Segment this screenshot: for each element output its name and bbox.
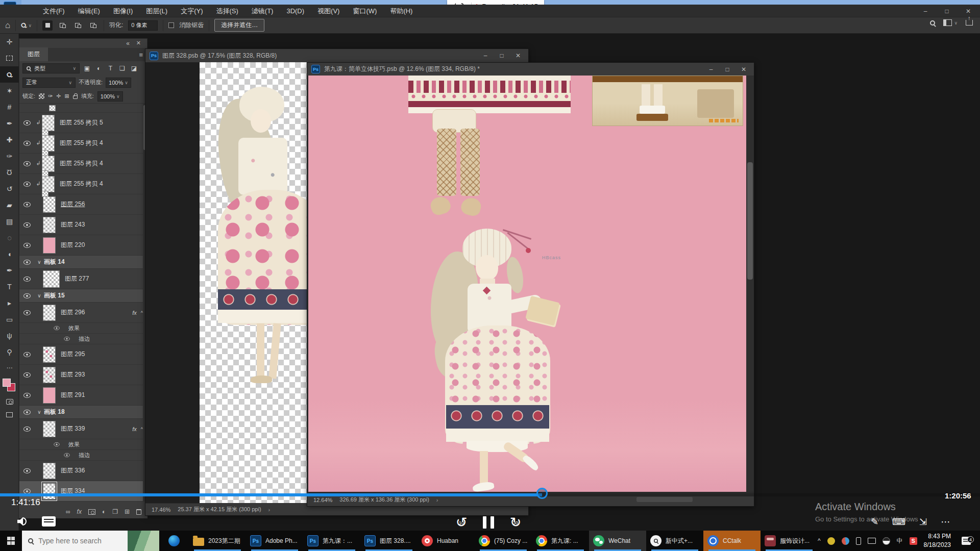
- delete-layer-icon[interactable]: [136, 509, 141, 515]
- scrubber-progress[interactable]: [0, 493, 542, 496]
- layer-name[interactable]: 图层 277: [65, 274, 89, 283]
- layer-name[interactable]: 图层 336: [61, 466, 85, 475]
- taskbar-item-2023第二期[interactable]: 2023第二期: [189, 531, 246, 551]
- doc2-close-button[interactable]: ✕: [736, 63, 752, 76]
- layer-thumbnail[interactable]: [43, 367, 56, 383]
- chevron-down-icon[interactable]: ∨: [35, 259, 44, 265]
- status-arrow-icon[interactable]: ›: [436, 497, 438, 503]
- collapse-panel-icon[interactable]: «: [126, 40, 130, 47]
- layer-name[interactable]: 图层 243: [61, 220, 85, 229]
- status-arrow-icon[interactable]: ›: [268, 507, 271, 513]
- artboard-row[interactable]: ∨画板 14: [19, 256, 147, 269]
- layers-tab[interactable]: 图层: [19, 47, 48, 61]
- start-button[interactable]: [0, 531, 22, 551]
- layer-name[interactable]: 图层 255 拷贝 4: [60, 159, 103, 168]
- taskbar-item-第九课: ...[interactable]: 第九课: ...: [532, 531, 589, 551]
- workspace-switcher[interactable]: ∨: [943, 19, 958, 26]
- new-layer-icon[interactable]: ⊞: [125, 508, 130, 515]
- rewind-10-button[interactable]: ↺ 10: [453, 514, 470, 531]
- tool-preset-picker[interactable]: Q ∨: [21, 21, 32, 29]
- visibility-toggle[interactable]: [51, 326, 63, 330]
- eyedropper-tool[interactable]: ✒: [0, 115, 19, 132]
- layer-name[interactable]: 图层 296: [61, 308, 85, 317]
- layer-row[interactable]: 图层 293: [19, 365, 147, 385]
- blur-tool[interactable]: ◌: [0, 230, 19, 246]
- layer-name[interactable]: 图层 255 拷贝 4: [60, 180, 103, 188]
- panel-menu-icon[interactable]: ≡: [139, 51, 143, 59]
- doc1-titlebar[interactable]: Ps 图层 328.psb @ 17.5% (图层 328, RGB/8) – …: [145, 49, 528, 62]
- eraser-tool[interactable]: ▰: [0, 197, 19, 213]
- visibility-toggle[interactable]: [51, 442, 63, 446]
- layer-name[interactable]: 图层 295: [61, 350, 85, 359]
- antialias-checkbox[interactable]: [168, 22, 174, 28]
- home-icon[interactable]: ⌂: [5, 20, 10, 31]
- blend-mode-dropdown[interactable]: 正常 ∨: [22, 78, 76, 88]
- doc2-minimize-button[interactable]: –: [703, 63, 719, 76]
- layer-name[interactable]: 图层 255 拷贝 5: [60, 118, 103, 127]
- menu-item-6[interactable]: 滤镜(T): [252, 7, 274, 16]
- visibility-toggle[interactable]: [19, 222, 35, 228]
- menu-item-4[interactable]: 文字(Y): [181, 7, 203, 16]
- sogou-input-icon[interactable]: S: [910, 537, 917, 545]
- visibility-toggle[interactable]: [19, 182, 35, 187]
- layer-thumbnail[interactable]: [43, 305, 56, 321]
- intersect-selection-mode-button[interactable]: [88, 20, 99, 31]
- artboard-name[interactable]: 画板 18: [44, 408, 65, 416]
- share-icon[interactable]: [966, 20, 973, 26]
- visibility-toggle[interactable]: [19, 243, 35, 248]
- visibility-toggle[interactable]: [19, 393, 35, 398]
- layer-row[interactable]: 图层 296fx^: [19, 303, 147, 323]
- spot-healing-tool[interactable]: ✚: [0, 132, 19, 148]
- effect-row[interactable]: 效果: [19, 439, 147, 450]
- visibility-toggle[interactable]: [19, 427, 35, 432]
- layer-name[interactable]: 图层 255 拷贝 4: [60, 139, 103, 147]
- doc2-zoom-level[interactable]: 12.64%: [313, 497, 332, 503]
- visibility-toggle[interactable]: [61, 453, 73, 457]
- link-layers-icon[interactable]: ∞: [66, 508, 70, 515]
- layer-row[interactable]: 图层 295: [19, 344, 147, 365]
- taskbar-item-edge[interactable]: [159, 531, 189, 551]
- magic-wand-tool[interactable]: ✶: [0, 83, 19, 99]
- layer-name[interactable]: 图层 256: [61, 200, 85, 209]
- menu-item-10[interactable]: 帮助(H): [390, 7, 412, 16]
- menu-item-8[interactable]: 视图(V): [317, 7, 339, 16]
- notification-center-button[interactable]: 4: [958, 537, 975, 545]
- close-panel-icon[interactable]: ✕: [136, 40, 141, 46]
- new-group-icon[interactable]: ❐: [112, 508, 118, 515]
- taskbar-search[interactable]: [22, 531, 159, 551]
- forward-30-button[interactable]: ↻ 30: [507, 514, 524, 531]
- pause-button[interactable]: [483, 516, 494, 529]
- subtitle-button[interactable]: [42, 516, 56, 527]
- menu-item-5[interactable]: 选择(S): [216, 7, 238, 16]
- minimize-button[interactable]: –: [915, 5, 936, 17]
- layer-row-partial[interactable]: [19, 104, 147, 113]
- doc1-close-button[interactable]: ✕: [510, 49, 526, 62]
- doc2-titlebar[interactable]: Ps 第九课：简单立体技巧.psb @ 12.6% (图层 334, RGB/8…: [307, 63, 754, 76]
- rectangle-tool[interactable]: ▭: [0, 311, 19, 328]
- menu-item-0[interactable]: 文件(F): [43, 7, 65, 16]
- taskbar-item-图层 328....[interactable]: Ps图层 328....: [360, 531, 418, 551]
- crop-tool[interactable]: #: [0, 99, 19, 115]
- doc1-maximize-button[interactable]: □: [494, 49, 510, 62]
- layer-row[interactable]: 图层 277: [19, 269, 147, 289]
- visibility-toggle[interactable]: [19, 120, 35, 126]
- lock-transparency-icon[interactable]: [39, 93, 44, 99]
- visibility-toggle[interactable]: [19, 161, 35, 166]
- visibility-toggle[interactable]: [19, 468, 35, 473]
- taskbar-item-Adobe Ph...[interactable]: PsAdobe Ph...: [246, 531, 303, 551]
- layer-thumbnail[interactable]: [42, 156, 55, 172]
- add-mask-icon[interactable]: [88, 509, 95, 515]
- taskbar-item-第九课：...[interactable]: Ps第九课：...: [303, 531, 360, 551]
- filter-type-layers-icon[interactable]: T: [106, 65, 115, 72]
- visibility-toggle[interactable]: [19, 293, 35, 298]
- lock-artboard-icon[interactable]: ⊞: [65, 93, 69, 99]
- layer-row[interactable]: 图层 256: [19, 194, 147, 215]
- dodge-tool[interactable]: ◖: [0, 246, 19, 262]
- maximize-button[interactable]: □: [936, 5, 958, 17]
- adjustment-layer-icon[interactable]: ◐: [102, 508, 106, 515]
- visibility-toggle[interactable]: [19, 202, 35, 207]
- type-tool[interactable]: T: [0, 279, 19, 295]
- visibility-toggle[interactable]: [19, 141, 35, 146]
- layer-fx-badge[interactable]: fx^: [132, 310, 143, 316]
- filter-type-dropdown[interactable]: 类型 ∨: [22, 63, 80, 73]
